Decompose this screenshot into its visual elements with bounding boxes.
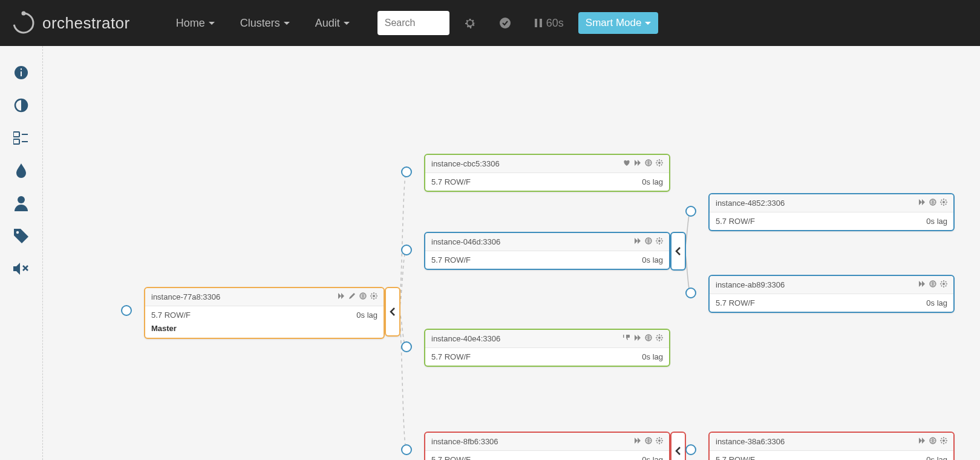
fast-forward-icon[interactable] [634,437,641,446]
pencil-icon[interactable] [348,292,356,301]
pause-refresh[interactable]: 60s [526,17,572,30]
collapse-toggle[interactable] [385,287,400,337]
instance-name: instance-4852:3306 [716,199,785,208]
thumbs-down-icon[interactable] [623,334,630,343]
globe-icon[interactable] [359,292,367,301]
node-icons [634,437,663,446]
instance-node[interactable]: instance-8fb6:3306 5.7 ROW/F 0s lag [424,432,670,460]
instance-node[interactable]: instance-40e4:3306 5.7 ROW/F 0s lag [424,329,670,367]
collapse-toggle[interactable] [670,232,686,271]
main: instance-77a8:3306 5.7 ROW/F 0s lag Mast… [0,46,980,460]
search-input[interactable] [377,11,449,35]
fast-forward-icon[interactable] [634,334,641,343]
gear-icon[interactable] [656,159,663,168]
instance-name: instance-8fb6:3306 [431,437,498,446]
svg-rect-15 [373,292,374,294]
node-header: instance-4852:3306 [710,194,953,212]
gear-icon[interactable] [940,280,947,289]
info-icon[interactable] [13,64,30,81]
svg-rect-55 [659,437,660,439]
chevron-left-icon [675,447,681,455]
svg-rect-50 [661,339,662,341]
svg-rect-19 [371,293,373,295]
svg-rect-80 [945,285,947,287]
connector-circle [401,245,412,255]
brand[interactable]: orchestrator [11,10,130,36]
smart-mode-label: Smart Mode [586,17,642,29]
instance-node[interactable]: instance-046d:3306 5.7 ROW/F 0s lag [424,232,670,270]
globe-icon[interactable] [929,199,936,208]
nav-home-label: Home [176,17,205,30]
svg-rect-22 [371,297,373,299]
svg-point-74 [942,283,945,285]
fast-forward-icon[interactable] [918,199,926,208]
instance-lag: 0s lag [642,455,663,460]
gear-icon[interactable] [370,292,377,301]
instance-name: instance-ab89:3306 [716,280,785,289]
globe-icon[interactable] [929,280,936,289]
globe-icon[interactable] [645,437,652,446]
node-icons [918,280,947,289]
fast-forward-icon[interactable] [338,292,345,301]
instance-node[interactable]: instance-77a8:3306 5.7 ROW/F 0s lag Mast… [144,287,385,339]
nav-clusters[interactable]: Clusters [230,11,299,36]
node-icons [623,159,663,168]
nav-audit[interactable]: Audit [305,11,359,36]
svg-rect-61 [661,438,662,439]
topology-canvas[interactable]: instance-77a8:3306 5.7 ROW/F 0s lag Mast… [43,46,980,460]
gear-icon[interactable] [656,334,663,343]
smart-mode-button[interactable]: Smart Mode [578,12,659,34]
connector-circle [401,444,412,455]
svg-rect-60 [661,442,662,444]
node-icons [918,199,947,208]
tint-icon[interactable] [13,162,30,179]
fast-forward-icon[interactable] [634,237,641,246]
svg-rect-88 [946,440,948,441]
fast-forward-icon[interactable] [918,437,926,446]
instance-version: 5.7 ROW/F [716,455,755,460]
sidebar [0,46,43,460]
globe-icon[interactable] [645,334,652,343]
instance-name: instance-77a8:3306 [151,292,220,301]
gear-icon[interactable] [656,437,663,446]
svg-rect-70 [945,203,947,205]
contrast-icon[interactable] [13,97,30,114]
volume-mute-icon[interactable] [13,260,30,277]
check-circle-icon[interactable] [491,17,520,29]
svg-rect-51 [661,335,662,337]
nav-home[interactable]: Home [166,11,224,36]
svg-point-12 [16,231,19,234]
instance-node[interactable]: instance-38a6:3306 5.7 ROW/F 0s lag [708,432,955,460]
instance-node[interactable]: instance-cbc5:3306 5.7 ROW/F 0s lag [424,154,670,192]
svg-rect-72 [941,203,942,205]
gear-icon[interactable] [940,437,947,446]
tag-icon[interactable] [13,228,30,245]
globe-icon[interactable] [929,437,936,446]
instance-node[interactable]: instance-ab89:3306 5.7 ROW/F 0s lag [708,275,955,313]
globe-icon[interactable] [645,159,652,168]
gear-icon[interactable] [656,237,663,246]
node-icons [918,437,947,446]
connector-circle [685,206,696,217]
fast-forward-icon[interactable] [634,159,641,168]
list-icon[interactable] [13,130,30,146]
globe-icon[interactable] [645,237,652,246]
connector-circle [401,166,412,177]
svg-rect-66 [943,205,944,206]
connector-circle [401,341,412,352]
svg-rect-26 [659,165,660,167]
svg-rect-75 [943,280,944,282]
settings-gear-icon[interactable] [456,17,485,29]
svg-rect-16 [373,298,374,300]
collapse-toggle[interactable] [670,432,686,460]
fast-forward-icon[interactable] [918,280,926,289]
instance-lag: 0s lag [642,255,663,264]
heart-icon[interactable] [623,159,630,168]
svg-point-11 [18,196,25,203]
instance-version: 5.7 ROW/F [431,255,471,264]
svg-rect-32 [656,164,658,166]
node-icons [623,334,663,343]
gear-icon[interactable] [940,199,947,208]
user-icon[interactable] [13,195,30,212]
instance-node[interactable]: instance-4852:3306 5.7 ROW/F 0s lag [708,193,955,231]
